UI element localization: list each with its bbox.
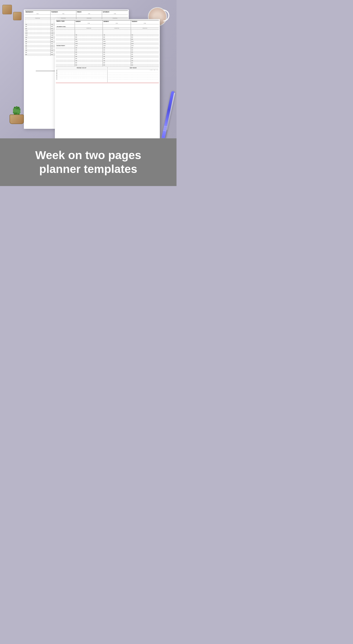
back-goal-thu: GOAL: [50, 13, 76, 14]
front-goal-tue: GOAL: [131, 23, 159, 24]
back-day-fri: FRIDAY:: [77, 11, 101, 13]
front-sidebar-week-priority: THIS WEEK PRIORITY: [56, 45, 75, 47]
planner-front-page: MONTH / YEAR: SUNDAY: MONDAY: TUESDAY:: [55, 19, 160, 138]
habit-day-t1: T: [153, 70, 153, 70]
bottom-section: Week on two pages planner templates: [0, 138, 176, 186]
bottom-line-2: planner templates: [39, 163, 138, 175]
front-pri-tue: PRIORITIES: [131, 28, 159, 30]
front-sidebar-pri-space: [56, 28, 75, 30]
back-wed-time-6: 12:00: [25, 34, 50, 36]
scene-area: WEDNESDAY: THURSDAY: FRIDAY: SATURDAY:: [0, 0, 176, 138]
back-goal-sat: GOAL: [102, 13, 128, 14]
back-wed-time-3: 9:00: [25, 28, 50, 30]
front-goal-sun: GOAL: [75, 23, 103, 24]
front-day-tue: TUESDAY:: [132, 21, 158, 22]
back-goal-wed: GOAL: [25, 13, 50, 14]
habit-day-s2: S: [158, 70, 158, 70]
wooden-blocks-decoration: [2, 5, 22, 20]
back-wed-time-4: 10:00: [25, 30, 50, 32]
back-wed-time-15: 9:00: [25, 54, 50, 56]
pen-body: [162, 91, 174, 138]
front-day-mon: MONDAY:: [104, 21, 130, 22]
back-wed-time-2: 8:00: [25, 26, 50, 28]
front-sidebar-weeks-goal-label: THIS WEEK'S GOAL: [56, 24, 75, 28]
wood-block-1: [2, 5, 12, 14]
habit-day-m: M: [152, 70, 152, 70]
main-container: WEDNESDAY: THURSDAY: FRIDAY: SATURDAY:: [0, 0, 176, 186]
back-wed-time-10: 4:00: [25, 43, 50, 45]
planners-wrapper: WEDNESDAY: THURSDAY: FRIDAY: SATURDAY:: [24, 10, 162, 138]
front-pri-mon: PRIORITIES: [103, 28, 131, 30]
habit-day-t2: T: [156, 70, 156, 70]
front-pri-sun: PRIORITIES: [75, 28, 103, 30]
back-pri-wed: PRIORITIES: [25, 18, 50, 19]
habit-tracker-header: HABIT TRACKER: [108, 68, 158, 69]
plant-pot: [10, 114, 24, 124]
front-month-label: MONTH / YEAR:: [56, 21, 74, 22]
back-wed-time-12: 6:00: [25, 47, 50, 49]
back-wed-time-9: 3:00: [25, 41, 50, 43]
bottom-text-block: Week on two pages planner templates: [35, 148, 142, 176]
bottom-line-1: Week on two pages: [35, 149, 142, 162]
front-goal-mon: GOAL: [103, 23, 131, 24]
svg-point-6: [13, 110, 20, 112]
back-wed-time-8: 2:00: [25, 39, 50, 41]
habit-day-w: W: [154, 70, 155, 70]
back-goal-fri: GOAL: [76, 13, 102, 14]
pen-grip-band: [163, 126, 168, 131]
back-day-thu: THURSDAY:: [51, 11, 75, 13]
todo-header: PERSONAL TO-DO LIST: [56, 68, 107, 69]
back-wed-time-13: 7:00: [25, 49, 50, 52]
cup-handle: [164, 10, 169, 22]
back-wed-time-5: 11:00: [25, 32, 50, 34]
front-day-sun: SUNDAY:: [76, 21, 102, 22]
back-day-wed: WEDNESDAY:: [26, 11, 50, 13]
wood-block-2: [13, 12, 22, 20]
back-day-sat: SATURDAY:: [103, 11, 127, 13]
back-wed-time-7: 1:00: [25, 36, 50, 39]
pen-clip: [166, 92, 175, 130]
back-wed-time-1: 7:00: [25, 24, 50, 26]
habit-day-s1: S: [150, 70, 150, 70]
front-sidebar-goal: [56, 23, 75, 24]
back-wed-time-14: 8:00: [25, 52, 50, 54]
back-wed-time-11: 5:00: [25, 45, 50, 47]
